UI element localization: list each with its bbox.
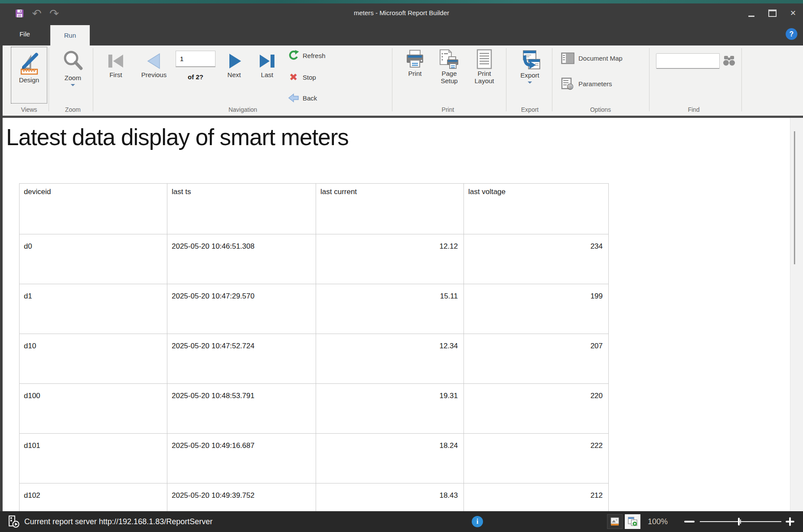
stop-icon: ✖	[288, 71, 299, 83]
close-button[interactable]: ✕	[786, 3, 800, 23]
find-button[interactable]	[722, 55, 736, 68]
binoculars-icon	[722, 55, 736, 67]
table-cell: 2025-05-20 10:48:53.791	[167, 384, 316, 434]
print-layout-icon	[476, 49, 493, 70]
back-button[interactable]: Back	[288, 92, 317, 104]
column-header: last ts	[167, 184, 316, 234]
table-row: d02025-05-20 10:46:51.30812.12234	[20, 234, 609, 284]
page-setup-button[interactable]: Page Setup	[433, 49, 466, 84]
last-label: Last	[261, 71, 273, 78]
page-setup-label-2: Setup	[441, 77, 457, 84]
zoom-slider-tick	[740, 519, 741, 524]
help-button[interactable]: ?	[786, 28, 797, 40]
back-icon	[288, 92, 299, 104]
report-server-text: Current report server http://192.168.1.8…	[24, 511, 212, 532]
first-page-icon	[106, 51, 126, 71]
group-separator	[93, 48, 93, 111]
ribbon: Design Views Zoom Zoom First Previous of…	[0, 45, 803, 116]
table-cell: 18.43	[316, 483, 464, 511]
next-page-button[interactable]: Next	[222, 51, 246, 78]
column-header: last voltage	[464, 184, 609, 234]
table-cell: d101	[20, 434, 167, 483]
previous-page-icon	[144, 51, 164, 71]
last-page-button[interactable]: Last	[255, 51, 279, 78]
find-textbox	[656, 53, 720, 69]
design-label: Design	[19, 76, 39, 84]
minimize-button[interactable]	[744, 3, 759, 23]
group-separator	[649, 48, 650, 111]
previous-label: Previous	[141, 71, 166, 78]
page-number-input[interactable]	[176, 51, 219, 66]
parameters-icon: @	[561, 78, 575, 90]
first-page-button[interactable]: First	[103, 51, 128, 78]
table-cell: 15.11	[316, 284, 464, 334]
design-view-toggle[interactable]	[607, 514, 623, 529]
zoom-label: Zoom	[65, 74, 81, 81]
vertical-scrollbar[interactable]	[790, 118, 803, 511]
group-separator	[552, 48, 552, 111]
export-label: Export	[520, 71, 539, 79]
zoom-button[interactable]: Zoom	[58, 49, 88, 86]
maximize-button[interactable]	[765, 3, 780, 23]
group-separator	[392, 48, 392, 111]
table-cell: 222	[464, 434, 609, 483]
table-cell: 18.24	[316, 434, 464, 483]
refresh-button[interactable]: Refresh	[288, 50, 326, 61]
document-map-button[interactable]: Document Map	[561, 52, 623, 64]
table-row: d1022025-05-20 10:49:39.75218.43212	[20, 483, 609, 511]
print-layout-button[interactable]: Print Layout	[468, 49, 500, 84]
run-view-icon	[627, 516, 638, 527]
document-map-icon	[561, 52, 575, 64]
zoom-dropdown-icon	[71, 84, 75, 86]
scrollbar-thumb[interactable]	[794, 131, 795, 264]
table-cell: 19.31	[316, 384, 464, 434]
print-button[interactable]: Print	[400, 49, 430, 77]
group-label-find: Find	[663, 106, 724, 114]
first-label: First	[109, 71, 122, 78]
find-input[interactable]	[656, 54, 726, 68]
tab-file[interactable]: File	[8, 23, 42, 45]
table-cell: 199	[464, 284, 609, 334]
group-label-export: Export	[514, 106, 545, 114]
info-icon[interactable]: i	[472, 516, 483, 527]
table-cell: d1	[20, 284, 167, 334]
group-label-views: Views	[11, 106, 47, 114]
ribbon-tab-strip: File Run ?	[0, 23, 803, 45]
table-cell: 2025-05-20 10:49:39.752	[167, 483, 316, 511]
stop-button[interactable]: ✖ Stop	[288, 71, 316, 83]
export-button[interactable]: Export	[514, 49, 545, 84]
refresh-label: Refresh	[303, 52, 326, 59]
table-header-row: deviceidlast tslast currentlast voltage	[20, 184, 609, 234]
next-label: Next	[228, 71, 241, 78]
table-row: d102025-05-20 10:47:52.72412.34207	[20, 334, 609, 384]
maximize-icon	[768, 10, 777, 17]
export-icon	[519, 49, 541, 71]
column-header: last current	[316, 184, 464, 234]
statusbar: Current report server http://192.168.1.8…	[0, 511, 803, 532]
print-icon	[404, 49, 426, 70]
page-setup-label-1: Page	[441, 70, 457, 77]
stop-label: Stop	[303, 74, 316, 81]
svg-text:@: @	[568, 84, 572, 89]
next-page-icon	[224, 51, 244, 71]
group-label-options: Options	[564, 106, 637, 114]
table-cell: 220	[464, 384, 609, 434]
zoom-percent: 100%	[648, 511, 668, 532]
table-row: d1012025-05-20 10:49:16.68718.24222	[20, 434, 609, 483]
table-cell: 2025-05-20 10:47:52.724	[167, 334, 316, 384]
table-cell: d102	[20, 483, 167, 511]
zoom-slider-handle[interactable]	[738, 518, 740, 526]
previous-page-button[interactable]: Previous	[137, 51, 171, 78]
report-viewport: Latest data display of smart meters devi…	[3, 118, 790, 511]
column-header: deviceid	[20, 184, 167, 234]
table-cell: 2025-05-20 10:49:16.687	[167, 434, 316, 483]
tab-run[interactable]: Run	[50, 25, 90, 45]
parameters-button[interactable]: @ Parameters	[561, 78, 612, 90]
table-cell: 12.12	[316, 234, 464, 284]
zoom-out-button[interactable]	[684, 521, 695, 522]
table-cell: d100	[20, 384, 167, 434]
table-cell: d10	[20, 334, 167, 384]
run-view-toggle[interactable]	[625, 514, 640, 529]
design-view-button[interactable]: Design	[11, 47, 47, 104]
document-map-label: Document Map	[578, 55, 623, 62]
